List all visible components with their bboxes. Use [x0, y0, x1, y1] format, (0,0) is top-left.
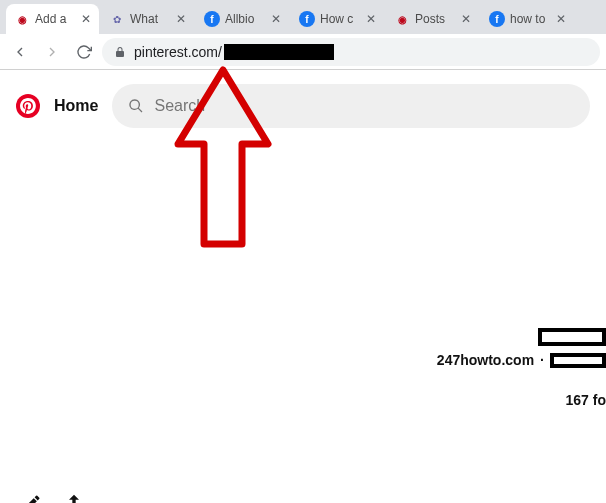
tab-title: how to — [510, 12, 551, 26]
tab-title: Add a — [35, 12, 76, 26]
reload-button[interactable] — [70, 38, 98, 66]
redacted-box — [538, 328, 606, 346]
close-icon[interactable]: ✕ — [461, 12, 471, 26]
profile-site-line: 247howto.com · — [437, 352, 606, 368]
tab-6[interactable]: f how to ✕ — [481, 4, 574, 34]
tab-1[interactable]: ◉ Add a ✕ — [6, 4, 99, 34]
tab-5[interactable]: ◉ Posts ✕ — [386, 4, 479, 34]
browser-toolbar: pinterest.com/ — [0, 34, 606, 70]
pinterest-logo[interactable] — [16, 94, 40, 118]
pinterest-icon — [20, 98, 36, 114]
tab-4[interactable]: f How c ✕ — [291, 4, 384, 34]
lock-icon — [114, 46, 126, 58]
close-icon[interactable]: ✕ — [271, 12, 281, 26]
url-text: pinterest.com/ — [134, 44, 334, 60]
forward-button[interactable] — [38, 38, 66, 66]
followers-text: 167 fo — [566, 392, 606, 408]
search-bar[interactable] — [112, 84, 590, 128]
search-icon — [128, 98, 144, 114]
favicon-facebook-icon: f — [204, 11, 220, 27]
profile-block: 247howto.com · — [437, 328, 606, 368]
favicon-pin-icon: ◉ — [394, 11, 410, 27]
tab-2[interactable]: ✿ What ✕ — [101, 4, 194, 34]
upload-icon[interactable] — [64, 493, 84, 503]
favicon-facebook-icon: f — [489, 11, 505, 27]
favicon-pin-icon: ◉ — [14, 11, 30, 27]
app-topbar: Home — [0, 70, 606, 142]
close-icon[interactable]: ✕ — [81, 12, 91, 26]
tab-title: Allbio — [225, 12, 266, 26]
redacted-url-path — [224, 44, 334, 60]
content-area: 247howto.com · 167 fo — [0, 142, 606, 503]
tab-3[interactable]: f Allbio ✕ — [196, 4, 289, 34]
url-host: pinterest.com/ — [134, 44, 222, 60]
favicon-facebook-icon: f — [299, 11, 315, 27]
favicon-generic-icon: ✿ — [109, 11, 125, 27]
close-icon[interactable]: ✕ — [556, 12, 566, 26]
search-input[interactable] — [154, 97, 574, 115]
profile-actions — [22, 493, 84, 503]
close-icon[interactable]: ✕ — [366, 12, 376, 26]
redacted-box — [550, 353, 606, 368]
address-bar[interactable]: pinterest.com/ — [102, 38, 600, 66]
edit-icon[interactable] — [22, 493, 42, 503]
tab-strip: ◉ Add a ✕ ✿ What ✕ f Allbio ✕ f How c ✕ … — [0, 0, 606, 34]
tab-title: What — [130, 12, 171, 26]
separator-dot: · — [540, 352, 544, 368]
tab-title: Posts — [415, 12, 456, 26]
tab-title: How c — [320, 12, 361, 26]
profile-site[interactable]: 247howto.com — [437, 352, 534, 368]
close-icon[interactable]: ✕ — [176, 12, 186, 26]
back-button[interactable] — [6, 38, 34, 66]
home-link[interactable]: Home — [54, 97, 98, 115]
